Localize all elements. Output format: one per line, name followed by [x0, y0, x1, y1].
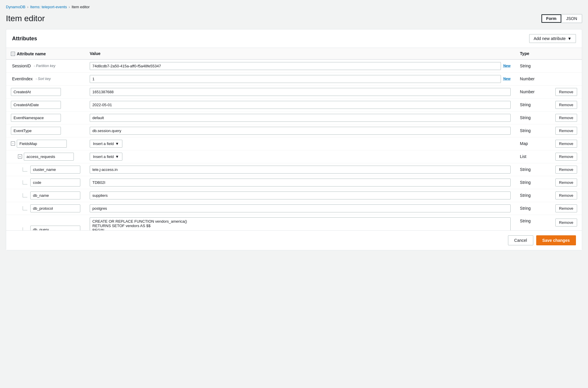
clustername-remove-button[interactable]: Remove	[555, 166, 577, 174]
col-actions-header	[551, 48, 582, 59]
attr-name-sessionid: SessionID	[11, 64, 31, 68]
table-row: String Remove	[6, 111, 582, 124]
table-scroll-container: □ Attribute name Value Type	[6, 48, 582, 230]
createdatdate-value-input[interactable]	[90, 101, 511, 109]
table-row: − Insert a field ▼ Map	[6, 137, 582, 150]
createdatdate-name-input[interactable]	[11, 101, 61, 109]
eventtype-name-input[interactable]	[11, 127, 61, 135]
table-row: CREATE OR REPLACE FUNCTION vendors_ameri…	[6, 215, 582, 230]
sessionid-new-badge[interactable]: New	[503, 64, 511, 68]
code-name-input[interactable]	[30, 179, 80, 186]
attr-actions-cell: Remove	[551, 163, 582, 176]
card-header: Attributes Add new attribute ▼	[6, 29, 582, 48]
add-attribute-button[interactable]: Add new attribute ▼	[529, 34, 576, 43]
fieldsmap-expand-icon[interactable]: −	[11, 141, 15, 146]
createdat-remove-button[interactable]: Remove	[555, 88, 577, 96]
attr-type-cell: String	[515, 215, 551, 230]
attr-value-cell	[85, 98, 515, 111]
createdat-value-input[interactable]	[90, 88, 511, 96]
attr-actions-cell: Remove	[551, 85, 582, 98]
fieldsmap-name-input[interactable]	[17, 140, 67, 148]
attributes-title: Attributes	[12, 36, 37, 42]
accessrequests-insert-field-button[interactable]: Insert a field ▼	[90, 153, 122, 161]
attributes-table: □ Attribute name Value Type	[6, 48, 582, 230]
attr-value-cell	[85, 124, 515, 137]
attr-type-cell: String	[515, 176, 551, 189]
accessrequests-expand-icon[interactable]: +	[18, 154, 22, 159]
attr-name-cell	[6, 98, 85, 111]
attr-value-cell	[85, 163, 515, 176]
view-form-button[interactable]: Form	[542, 14, 561, 23]
table-row: Number Remove	[6, 85, 582, 98]
attr-name-cell	[6, 189, 85, 202]
attr-name-cell: −	[6, 137, 85, 150]
dbprotocol-name-input[interactable]	[30, 204, 80, 212]
accessrequests-remove-button[interactable]: Remove	[555, 153, 577, 161]
attr-value-cell: New	[85, 72, 515, 85]
eventindex-value-input[interactable]	[90, 75, 501, 83]
attr-actions-cell: Remove	[551, 150, 582, 163]
eventindex-new-badge[interactable]: New	[503, 77, 511, 81]
attr-name-cell: EventIndex - Sort key	[6, 72, 85, 85]
attr-type-cell: String	[515, 189, 551, 202]
attr-name-cell	[6, 202, 85, 215]
fieldsmap-remove-button[interactable]: Remove	[555, 140, 577, 148]
dbprotocol-remove-button[interactable]: Remove	[555, 204, 577, 212]
view-json-button[interactable]: JSON	[561, 14, 582, 23]
dbquery-type: String	[520, 219, 531, 223]
table-expand-icon[interactable]: □	[11, 52, 15, 56]
table-row: String Remove	[6, 189, 582, 202]
attr-value-cell	[85, 176, 515, 189]
tree-branch-cluster-name	[23, 167, 27, 171]
attr-name-cell	[6, 111, 85, 124]
clustername-value-input[interactable]	[90, 166, 511, 174]
tree-branch-dbname	[23, 193, 27, 197]
attr-actions-cell: Remove	[551, 124, 582, 137]
attr-name-cell: +	[6, 150, 85, 163]
dbname-remove-button[interactable]: Remove	[555, 191, 577, 199]
eventtype-value-input[interactable]	[90, 127, 511, 135]
eventnamespace-name-input[interactable]	[11, 114, 61, 122]
dbname-name-input[interactable]	[30, 191, 80, 199]
breadcrumb-sep-2: ›	[69, 5, 70, 9]
attr-key-label-eventindex: - Sort key	[36, 77, 51, 81]
eventtype-remove-button[interactable]: Remove	[555, 127, 577, 135]
attr-value-cell	[85, 189, 515, 202]
attr-type-cell: String	[515, 163, 551, 176]
insert-field-label-2: Insert a field	[93, 154, 114, 159]
table-row: String Remove	[6, 98, 582, 111]
view-toggle: Form JSON	[541, 14, 582, 23]
createdatdate-remove-button[interactable]: Remove	[555, 101, 577, 109]
fieldsmap-insert-field-button[interactable]: Insert a field ▼	[90, 140, 122, 148]
breadcrumb-dynamodb[interactable]: DynamoDB	[6, 5, 25, 9]
attr-actions-cell: Remove	[551, 176, 582, 189]
sessionid-value-input[interactable]	[90, 62, 501, 70]
attr-name-cell	[6, 176, 85, 189]
dbquery-value-textarea[interactable]: CREATE OR REPLACE FUNCTION vendors_ameri…	[90, 217, 511, 231]
dbname-value-input[interactable]	[90, 191, 511, 199]
accessrequests-name-input[interactable]	[24, 153, 74, 161]
dbprotocol-value-input[interactable]	[90, 204, 511, 212]
createdatdate-type: String	[520, 102, 531, 107]
cancel-button[interactable]: Cancel	[508, 235, 533, 245]
save-changes-button[interactable]: Save changes	[536, 235, 576, 245]
attr-actions-cell	[551, 59, 582, 73]
dbquery-remove-button[interactable]: Remove	[555, 219, 577, 227]
insert-field-label: Insert a field	[93, 141, 114, 146]
clustername-name-input[interactable]	[30, 166, 80, 174]
createdat-name-input[interactable]	[11, 88, 61, 96]
col-type-header: Type	[515, 48, 551, 59]
attr-actions-cell: Remove	[551, 111, 582, 124]
eventnamespace-value-input[interactable]	[90, 114, 511, 122]
code-remove-button[interactable]: Remove	[555, 179, 577, 186]
attr-value-cell	[85, 202, 515, 215]
createdat-type: Number	[520, 89, 535, 94]
eventnamespace-remove-button[interactable]: Remove	[555, 114, 577, 122]
breadcrumb-table[interactable]: Items: teleport-events	[30, 5, 67, 9]
dbprotocol-type: String	[520, 206, 531, 211]
attr-value-cell: CREATE OR REPLACE FUNCTION vendors_ameri…	[85, 215, 515, 230]
dbquery-name-input[interactable]	[30, 226, 80, 231]
code-value-input[interactable]	[90, 179, 511, 186]
insert-field-chevron-icon-2: ▼	[115, 154, 119, 159]
table-row: + Insert a field ▼ List	[6, 150, 582, 163]
